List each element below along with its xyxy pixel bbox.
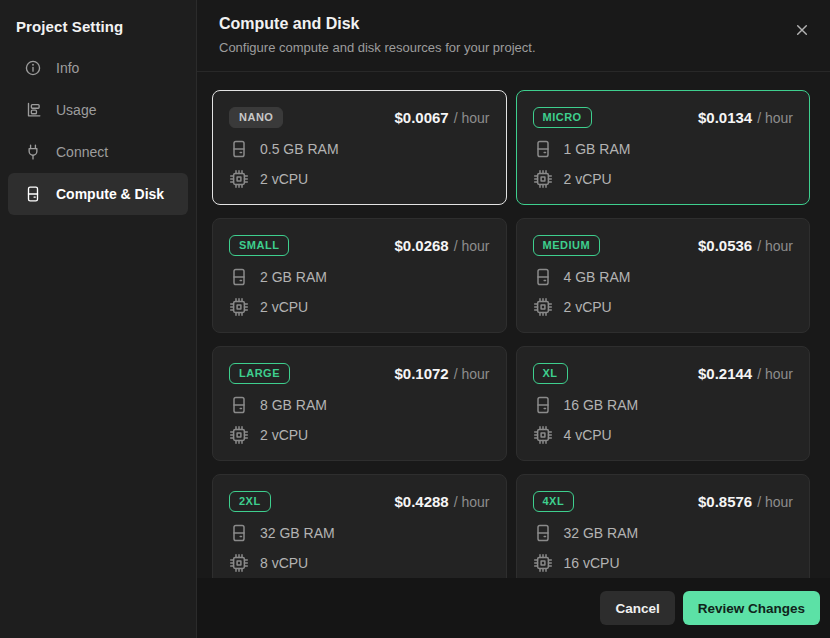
plan-price-value: $0.0134 — [698, 109, 752, 126]
sidebar-item-connect[interactable]: Connect — [8, 131, 188, 173]
plan-price-value: $0.1072 — [394, 365, 448, 382]
info-icon — [24, 59, 42, 77]
page-title: Compute and Disk — [219, 15, 812, 33]
plan-card-header: SMALL $0.0268 / hour — [229, 233, 490, 257]
plan-price: $0.0536 / hour — [698, 237, 793, 254]
sidebar-item-usage[interactable]: Usage — [8, 89, 188, 131]
ram-icon — [229, 267, 249, 287]
hard-drive-icon — [24, 185, 42, 203]
plan-tier-badge: NANO — [229, 107, 283, 128]
plan-tier-badge: LARGE — [229, 363, 290, 384]
plan-card-small[interactable]: SMALL $0.0268 / hour 2 GB RAM 2 vCPU — [212, 218, 507, 333]
ram-icon — [229, 139, 249, 159]
sidebar-item-label: Connect — [56, 144, 108, 160]
cpu-icon — [229, 553, 249, 573]
cancel-button[interactable]: Cancel — [600, 591, 674, 625]
sidebar-item-label: Usage — [56, 102, 96, 118]
plan-cpu: 2 vCPU — [260, 171, 308, 187]
plan-card-header: LARGE $0.1072 / hour — [229, 361, 490, 385]
plan-cpu: 2 vCPU — [260, 427, 308, 443]
ram-icon — [533, 139, 553, 159]
plan-ram: 0.5 GB RAM — [260, 141, 339, 157]
cpu-icon — [229, 297, 249, 317]
cpu-icon — [533, 553, 553, 573]
plan-card-micro[interactable]: MICRO $0.0134 / hour 1 GB RAM 2 vCPU — [516, 90, 811, 205]
plan-price-value: $0.8576 — [698, 493, 752, 510]
ram-icon — [229, 523, 249, 543]
cpu-icon — [533, 425, 553, 445]
ram-icon — [229, 395, 249, 415]
plan-price-unit: / hour — [454, 494, 490, 510]
plan-ram-row: 16 GB RAM — [533, 395, 794, 415]
plan-card-4xl[interactable]: 4XL $0.8576 / hour 32 GB RAM 16 vCPU — [516, 474, 811, 578]
usage-icon — [24, 101, 42, 119]
plan-card-header: XL $0.2144 / hour — [533, 361, 794, 385]
plan-price: $0.1072 / hour — [394, 365, 489, 382]
plan-price-value: $0.4288 — [394, 493, 448, 510]
plan-cpu-row: 2 vCPU — [229, 425, 490, 445]
plan-cpu-row: 2 vCPU — [229, 169, 490, 189]
plan-tier-badge: MEDIUM — [533, 235, 601, 256]
plan-ram-row: 32 GB RAM — [229, 523, 490, 543]
plan-price-unit: / hour — [454, 366, 490, 382]
sidebar-item-info[interactable]: Info — [8, 47, 188, 89]
plan-ram: 2 GB RAM — [260, 269, 327, 285]
plans-grid: NANO $0.0067 / hour 0.5 GB RAM 2 vCPU MI… — [212, 90, 810, 578]
plan-price-value: $0.0268 — [394, 237, 448, 254]
content-panel: Compute and Disk Configure compute and d… — [197, 0, 830, 638]
plan-price-unit: / hour — [454, 238, 490, 254]
plans-scroll-area[interactable]: NANO $0.0067 / hour 0.5 GB RAM 2 vCPU MI… — [197, 72, 830, 578]
plan-cpu: 2 vCPU — [260, 299, 308, 315]
plan-card-header: 2XL $0.4288 / hour — [229, 489, 490, 513]
plan-cpu-row: 2 vCPU — [533, 169, 794, 189]
sidebar-item-label: Info — [56, 60, 79, 76]
plan-tier-badge: SMALL — [229, 235, 289, 256]
plan-price-unit: / hour — [454, 110, 490, 126]
review-changes-button[interactable]: Review Changes — [683, 591, 820, 625]
plan-card-xl[interactable]: XL $0.2144 / hour 16 GB RAM 4 vCPU — [516, 346, 811, 461]
plan-ram-row: 2 GB RAM — [229, 267, 490, 287]
plan-ram-row: 1 GB RAM — [533, 139, 794, 159]
plan-price: $0.8576 / hour — [698, 493, 793, 510]
plan-cpu: 8 vCPU — [260, 555, 308, 571]
plan-card-2xl[interactable]: 2XL $0.4288 / hour 32 GB RAM 8 vCPU — [212, 474, 507, 578]
plan-tier-badge: MICRO — [533, 107, 592, 128]
plan-price: $0.0134 / hour — [698, 109, 793, 126]
plan-price: $0.4288 / hour — [394, 493, 489, 510]
plan-tier-badge: XL — [533, 363, 568, 384]
content-header: Compute and Disk Configure compute and d… — [197, 0, 830, 72]
plan-ram-row: 32 GB RAM — [533, 523, 794, 543]
plan-price-value: $0.0067 — [394, 109, 448, 126]
plan-ram: 32 GB RAM — [564, 525, 639, 541]
plan-price-value: $0.2144 — [698, 365, 752, 382]
plan-ram-row: 0.5 GB RAM — [229, 139, 490, 159]
ram-icon — [533, 395, 553, 415]
cpu-icon — [229, 425, 249, 445]
plan-card-nano[interactable]: NANO $0.0067 / hour 0.5 GB RAM 2 vCPU — [212, 90, 507, 205]
plan-cpu-row: 16 vCPU — [533, 553, 794, 573]
plan-price: $0.2144 / hour — [698, 365, 793, 382]
close-button[interactable] — [788, 16, 816, 44]
plan-tier-badge: 4XL — [533, 491, 575, 512]
sidebar-title: Project Setting — [16, 18, 180, 35]
cpu-icon — [533, 169, 553, 189]
plan-cpu-row: 2 vCPU — [533, 297, 794, 317]
ram-icon — [533, 523, 553, 543]
page-subtitle: Configure compute and disk resources for… — [219, 40, 812, 55]
modal-footer: Cancel Review Changes — [197, 578, 830, 638]
project-settings-modal: Project Setting Info Usage Connect Compu… — [0, 0, 830, 638]
plan-card-header: MICRO $0.0134 / hour — [533, 105, 794, 129]
plan-ram-row: 4 GB RAM — [533, 267, 794, 287]
plan-cpu: 4 vCPU — [564, 427, 612, 443]
plan-ram: 4 GB RAM — [564, 269, 631, 285]
plan-price-value: $0.0536 — [698, 237, 752, 254]
plan-price-unit: / hour — [757, 494, 793, 510]
plan-card-header: NANO $0.0067 / hour — [229, 105, 490, 129]
plan-card-medium[interactable]: MEDIUM $0.0536 / hour 4 GB RAM 2 vCPU — [516, 218, 811, 333]
close-icon — [793, 21, 811, 39]
plan-price-unit: / hour — [757, 110, 793, 126]
sidebar-item-compute-disk[interactable]: Compute & Disk — [8, 173, 188, 215]
plan-card-header: MEDIUM $0.0536 / hour — [533, 233, 794, 257]
cpu-icon — [533, 297, 553, 317]
plan-card-large[interactable]: LARGE $0.1072 / hour 8 GB RAM 2 vCPU — [212, 346, 507, 461]
